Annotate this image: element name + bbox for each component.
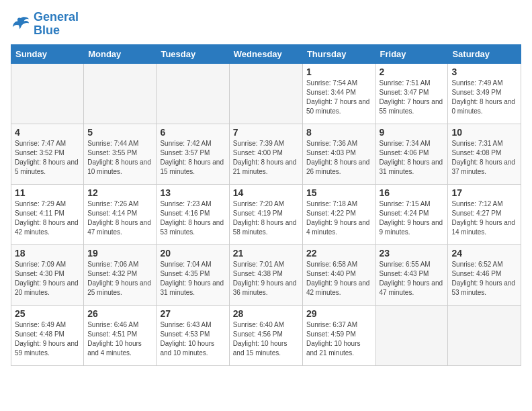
day-number: 26 — [87, 308, 152, 319]
day-info: Sunrise: 7:44 AMSunset: 3:55 PMDaylight:… — [87, 139, 152, 177]
table-row: 29Sunrise: 6:37 AMSunset: 4:59 PMDayligh… — [302, 305, 375, 365]
day-info: Sunrise: 7:42 AMSunset: 3:57 PMDaylight:… — [160, 139, 225, 177]
day-number: 8 — [306, 127, 372, 138]
day-number: 17 — [451, 187, 517, 198]
day-info: Sunrise: 7:06 AMSunset: 4:32 PMDaylight:… — [87, 260, 152, 298]
day-number: 9 — [380, 127, 445, 138]
day-info: Sunrise: 6:43 AMSunset: 4:53 PMDaylight:… — [160, 320, 225, 358]
day-number: 1 — [306, 66, 372, 77]
day-number: 11 — [15, 187, 80, 198]
day-number: 3 — [451, 66, 517, 77]
table-row: 17Sunrise: 7:12 AMSunset: 4:27 PMDayligh… — [448, 184, 521, 244]
day-info: Sunrise: 7:04 AMSunset: 4:35 PMDaylight:… — [160, 260, 225, 298]
table-row: 14Sunrise: 7:20 AMSunset: 4:19 PMDayligh… — [229, 184, 302, 244]
day-number: 18 — [15, 248, 80, 259]
table-row: 26Sunrise: 6:46 AMSunset: 4:51 PMDayligh… — [84, 305, 157, 365]
calendar-week-5: 25Sunrise: 6:49 AMSunset: 4:48 PMDayligh… — [11, 305, 521, 365]
table-row: 10Sunrise: 7:31 AMSunset: 4:08 PMDayligh… — [448, 124, 521, 184]
day-info: Sunrise: 7:12 AMSunset: 4:27 PMDaylight:… — [451, 199, 517, 237]
page-header: General Blue — [11, 11, 521, 38]
calendar-week-1: 1Sunrise: 7:54 AMSunset: 3:44 PMDaylight… — [11, 63, 521, 124]
day-header-tuesday: Tuesday — [157, 44, 229, 63]
day-header-saturday: Saturday — [448, 44, 521, 63]
day-number: 14 — [233, 187, 299, 198]
day-info: Sunrise: 6:58 AMSunset: 4:40 PMDaylight:… — [306, 260, 372, 298]
day-number: 5 — [87, 127, 152, 138]
day-number: 10 — [451, 127, 517, 138]
day-number: 24 — [451, 248, 517, 259]
table-row: 3Sunrise: 7:49 AMSunset: 3:49 PMDaylight… — [448, 63, 521, 124]
day-info: Sunrise: 6:52 AMSunset: 4:46 PMDaylight:… — [451, 260, 517, 298]
calendar-header-row: SundayMondayTuesdayWednesdayThursdayFrid… — [11, 44, 521, 63]
day-info: Sunrise: 7:47 AMSunset: 3:52 PMDaylight:… — [15, 139, 80, 177]
day-info: Sunrise: 7:26 AMSunset: 4:14 PMDaylight:… — [87, 199, 152, 237]
day-info: Sunrise: 7:36 AMSunset: 4:03 PMDaylight:… — [306, 139, 372, 177]
day-number: 13 — [160, 187, 225, 198]
table-row: 21Sunrise: 7:01 AMSunset: 4:38 PMDayligh… — [229, 244, 302, 305]
table-row — [84, 63, 157, 124]
calendar-week-2: 4Sunrise: 7:47 AMSunset: 3:52 PMDaylight… — [11, 124, 521, 184]
day-info: Sunrise: 6:40 AMSunset: 4:56 PMDaylight:… — [233, 320, 299, 358]
day-number: 6 — [160, 127, 225, 138]
table-row: 20Sunrise: 7:04 AMSunset: 4:35 PMDayligh… — [157, 244, 229, 305]
day-number: 16 — [380, 187, 445, 198]
day-header-monday: Monday — [84, 44, 157, 63]
table-row: 27Sunrise: 6:43 AMSunset: 4:53 PMDayligh… — [157, 305, 229, 365]
table-row — [11, 63, 84, 124]
table-row: 11Sunrise: 7:29 AMSunset: 4:11 PMDayligh… — [11, 184, 84, 244]
day-info: Sunrise: 7:34 AMSunset: 4:06 PMDaylight:… — [380, 139, 445, 177]
day-number: 19 — [87, 248, 152, 259]
day-header-wednesday: Wednesday — [229, 44, 302, 63]
logo-text: General Blue — [34, 11, 79, 38]
logo: General Blue — [11, 11, 79, 38]
day-number: 25 — [15, 308, 80, 319]
day-number: 27 — [160, 308, 225, 319]
day-info: Sunrise: 7:51 AMSunset: 3:47 PMDaylight:… — [380, 79, 445, 116]
table-row: 22Sunrise: 6:58 AMSunset: 4:40 PMDayligh… — [302, 244, 375, 305]
day-info: Sunrise: 7:09 AMSunset: 4:30 PMDaylight:… — [15, 260, 80, 298]
day-info: Sunrise: 7:20 AMSunset: 4:19 PMDaylight:… — [233, 199, 299, 237]
day-header-sunday: Sunday — [11, 44, 84, 63]
table-row: 7Sunrise: 7:39 AMSunset: 4:00 PMDaylight… — [229, 124, 302, 184]
table-row: 23Sunrise: 6:55 AMSunset: 4:43 PMDayligh… — [375, 244, 448, 305]
day-number: 22 — [306, 248, 372, 259]
calendar-week-4: 18Sunrise: 7:09 AMSunset: 4:30 PMDayligh… — [11, 244, 521, 305]
day-header-thursday: Thursday — [302, 44, 375, 63]
table-row — [229, 63, 302, 124]
day-info: Sunrise: 6:46 AMSunset: 4:51 PMDaylight:… — [87, 320, 152, 358]
table-row: 4Sunrise: 7:47 AMSunset: 3:52 PMDaylight… — [11, 124, 84, 184]
day-info: Sunrise: 7:49 AMSunset: 3:49 PMDaylight:… — [451, 79, 517, 116]
table-row: 24Sunrise: 6:52 AMSunset: 4:46 PMDayligh… — [448, 244, 521, 305]
day-number: 12 — [87, 187, 152, 198]
table-row: 1Sunrise: 7:54 AMSunset: 3:44 PMDaylight… — [302, 63, 375, 124]
table-row — [375, 305, 448, 365]
day-info: Sunrise: 7:39 AMSunset: 4:00 PMDaylight:… — [233, 139, 299, 177]
day-number: 23 — [380, 248, 445, 259]
calendar-week-3: 11Sunrise: 7:29 AMSunset: 4:11 PMDayligh… — [11, 184, 521, 244]
day-number: 29 — [306, 308, 372, 319]
day-info: Sunrise: 7:54 AMSunset: 3:44 PMDaylight:… — [306, 79, 372, 116]
day-number: 21 — [233, 248, 299, 259]
day-info: Sunrise: 7:18 AMSunset: 4:22 PMDaylight:… — [306, 199, 372, 237]
day-info: Sunrise: 7:01 AMSunset: 4:38 PMDaylight:… — [233, 260, 299, 298]
day-info: Sunrise: 6:49 AMSunset: 4:48 PMDaylight:… — [15, 320, 80, 358]
table-row: 9Sunrise: 7:34 AMSunset: 4:06 PMDaylight… — [375, 124, 448, 184]
day-info: Sunrise: 7:29 AMSunset: 4:11 PMDaylight:… — [15, 199, 80, 237]
day-info: Sunrise: 6:37 AMSunset: 4:59 PMDaylight:… — [306, 320, 372, 358]
day-info: Sunrise: 7:15 AMSunset: 4:24 PMDaylight:… — [380, 199, 445, 237]
day-info: Sunrise: 7:23 AMSunset: 4:16 PMDaylight:… — [160, 199, 225, 237]
day-number: 28 — [233, 308, 299, 319]
table-row: 16Sunrise: 7:15 AMSunset: 4:24 PMDayligh… — [375, 184, 448, 244]
table-row: 2Sunrise: 7:51 AMSunset: 3:47 PMDaylight… — [375, 63, 448, 124]
day-number: 20 — [160, 248, 225, 259]
day-number: 2 — [380, 66, 445, 77]
table-row: 25Sunrise: 6:49 AMSunset: 4:48 PMDayligh… — [11, 305, 84, 365]
table-row: 12Sunrise: 7:26 AMSunset: 4:14 PMDayligh… — [84, 184, 157, 244]
table-row: 15Sunrise: 7:18 AMSunset: 4:22 PMDayligh… — [302, 184, 375, 244]
day-number: 4 — [15, 127, 80, 138]
day-header-friday: Friday — [375, 44, 448, 63]
day-number: 15 — [306, 187, 372, 198]
table-row: 18Sunrise: 7:09 AMSunset: 4:30 PMDayligh… — [11, 244, 84, 305]
logo-icon — [11, 14, 31, 34]
table-row: 13Sunrise: 7:23 AMSunset: 4:16 PMDayligh… — [157, 184, 229, 244]
